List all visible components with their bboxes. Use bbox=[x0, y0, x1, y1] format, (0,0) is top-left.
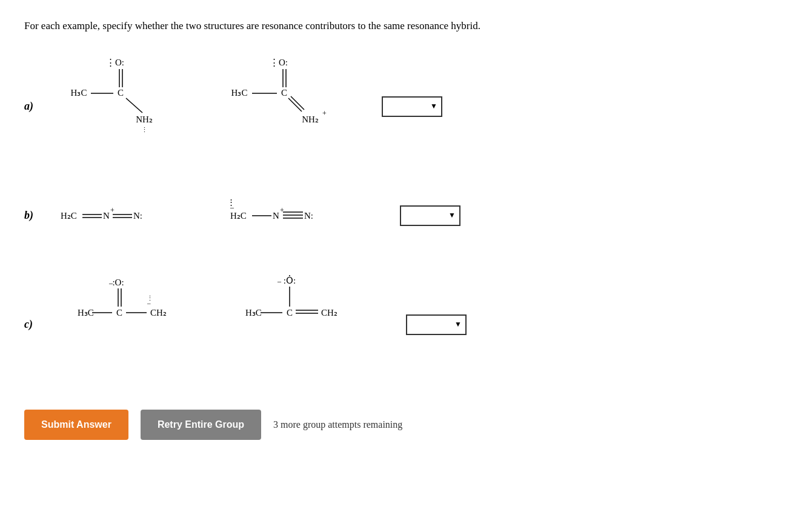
structure-a2: ⋮O: C H₃C NH₂ + bbox=[212, 52, 345, 161]
svg-text:N: N bbox=[103, 211, 110, 221]
attempts-text: 3 more group attempts remaining bbox=[273, 419, 402, 430]
svg-text:N:: N: bbox=[133, 211, 142, 221]
svg-text:C: C bbox=[281, 88, 287, 98]
svg-text:⋮: ⋮ bbox=[147, 294, 153, 302]
svg-text:H₃C: H₃C bbox=[71, 88, 87, 98]
structures-area-c: :O: – C H₃C CH₂ – ⋮ :Ȯ: – C bbox=[55, 270, 467, 379]
problem-row-a: a) ⋮O: C H₃C NH₂ ⋮ ⋮O: C bbox=[24, 52, 777, 161]
problem-label-a: a) bbox=[24, 100, 55, 113]
dropdown-b[interactable]: Yes No ▼ bbox=[400, 205, 460, 226]
intro-text: For each example, specify whether the tw… bbox=[24, 18, 570, 34]
svg-text:⋮: ⋮ bbox=[141, 126, 148, 133]
svg-text:⋮O:: ⋮O: bbox=[270, 58, 288, 67]
dropdown-select-b[interactable]: Yes No bbox=[406, 211, 454, 221]
svg-text:NH₂: NH₂ bbox=[136, 115, 153, 124]
svg-text:H₃C: H₃C bbox=[245, 308, 262, 318]
svg-text:H₃C: H₃C bbox=[78, 308, 94, 318]
svg-text:CH₂: CH₂ bbox=[150, 308, 167, 318]
svg-text:+: + bbox=[110, 206, 115, 214]
svg-text:–: – bbox=[108, 279, 113, 287]
structure-a1: ⋮O: C H₃C NH₂ ⋮ bbox=[55, 52, 176, 161]
svg-text:CH₂: CH₂ bbox=[321, 308, 337, 318]
svg-text:+: + bbox=[280, 206, 284, 214]
svg-text:NH₂: NH₂ bbox=[302, 115, 319, 124]
dropdown-select-a[interactable]: Yes No bbox=[388, 102, 436, 111]
dropdown-c[interactable]: Yes No ▼ bbox=[406, 314, 467, 335]
problem-row-c: c) :O: – C H₃C CH₂ – ⋮ :Ȯ: – bbox=[24, 270, 777, 379]
svg-text:–: – bbox=[277, 277, 282, 285]
svg-text:H₂C: H₂C bbox=[61, 211, 77, 221]
bottom-bar: Submit Answer Retry Entire Group 3 more … bbox=[24, 410, 777, 440]
problem-label-b: b) bbox=[24, 209, 55, 222]
problem-row-b: b) H₂C N + N: – ⋮ H₂C N + bbox=[24, 191, 777, 240]
problem-label-c: c) bbox=[24, 318, 55, 331]
svg-text:⋮: ⋮ bbox=[227, 198, 235, 207]
svg-text:N: N bbox=[273, 211, 279, 221]
structure-c2: :Ȯ: – C H₃C CH₂ bbox=[224, 270, 370, 379]
svg-text:C: C bbox=[118, 88, 124, 98]
svg-text:H₃C: H₃C bbox=[231, 88, 248, 98]
dropdown-select-c[interactable]: Yes No bbox=[412, 320, 460, 330]
structures-area-a: ⋮O: C H₃C NH₂ ⋮ ⋮O: C H₃C bbox=[55, 52, 442, 161]
structures-area-b: H₂C N + N: – ⋮ H₂C N + N: bbox=[55, 191, 460, 240]
structure-b1: H₂C N + N: bbox=[55, 191, 188, 240]
submit-button[interactable]: Submit Answer bbox=[24, 410, 128, 440]
svg-line-6 bbox=[126, 98, 142, 113]
svg-text:+: + bbox=[322, 109, 327, 118]
structure-b2: – ⋮ H₂C N + N: bbox=[224, 191, 364, 240]
dropdown-a[interactable]: Yes No ▼ bbox=[382, 96, 442, 117]
svg-text::O:: :O: bbox=[112, 278, 124, 287]
retry-button[interactable]: Retry Entire Group bbox=[141, 410, 261, 440]
svg-text:N:: N: bbox=[304, 211, 313, 221]
svg-text:C: C bbox=[116, 308, 122, 318]
structure-c1: :O: – C H₃C CH₂ – ⋮ bbox=[55, 270, 188, 379]
svg-text:C: C bbox=[287, 308, 293, 318]
svg-text:H₂C: H₂C bbox=[230, 211, 247, 221]
svg-text:⋮O:: ⋮O: bbox=[106, 58, 124, 67]
svg-text::Ȯ:: :Ȯ: bbox=[284, 275, 296, 285]
